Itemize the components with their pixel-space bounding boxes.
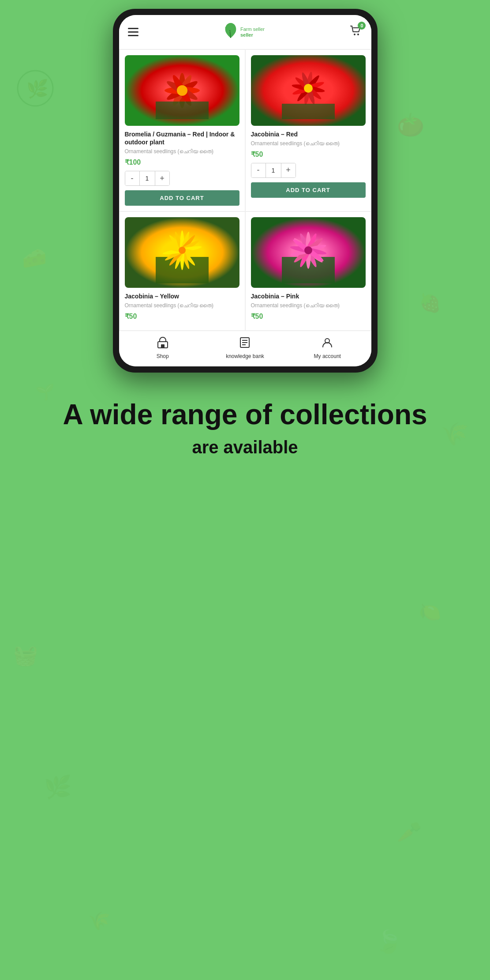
product-card-jacobinia-yellow: Jacobinia – Yellow Ornamental seedlings …: [119, 211, 245, 331]
svg-point-13: [354, 34, 355, 35]
svg-text:🥕: 🥕: [397, 820, 422, 844]
svg-point-51: [304, 246, 312, 254]
add-to-cart-jacobinia-red[interactable]: ADD TO CART: [251, 182, 366, 198]
product-card-jacobinia-red: Jacobinia – Red Ornamental seedlings (ചെ…: [245, 49, 371, 211]
qty-control-jacobinia-red: - +: [251, 163, 296, 178]
product-category-jacobinia-pink: Ornamental seedlings (ചെറിയ തൈ): [251, 302, 366, 309]
product-image-jacobinia-yellow: [125, 217, 239, 288]
product-name-jacobinia-pink: Jacobinia – Pink: [251, 292, 366, 300]
svg-text:🌾: 🌾: [88, 910, 110, 931]
logo-text: Farm seller seller: [240, 26, 265, 37]
qty-control-bromelia: - +: [125, 171, 170, 186]
product-category-jacobinia-red: Ornamental seedlings (ചെറിയ തൈ): [251, 140, 366, 147]
hamburger-menu-button[interactable]: [128, 28, 138, 36]
nav-item-my-account[interactable]: My account: [312, 336, 343, 359]
svg-text:🧺: 🧺: [13, 644, 38, 667]
qty-plus-bromelia[interactable]: +: [155, 171, 169, 185]
add-to-cart-bromelia[interactable]: ADD TO CART: [125, 190, 239, 206]
nav-label-knowledge-bank: knowledge bank: [226, 353, 264, 359]
svg-point-14: [357, 34, 359, 35]
nav-label-shop: Shop: [157, 353, 169, 359]
knowledge-bank-icon: [239, 336, 251, 351]
product-name-bromelia: Bromelia / Guzmania – Red | Indoor & out…: [125, 130, 239, 146]
product-price-bromelia: ₹100: [125, 158, 239, 166]
product-image-jacobinia-red: [251, 55, 366, 126]
product-card-bromelia: Bromelia / Guzmania – Red | Indoor & out…: [119, 49, 245, 211]
phone-wrapper: Farm seller seller 0: [113, 0, 378, 373]
account-icon: [321, 336, 333, 351]
main-heading: A wide range of collections: [18, 399, 472, 430]
qty-minus-bromelia[interactable]: -: [125, 171, 139, 185]
svg-rect-22: [156, 102, 209, 119]
svg-point-41: [179, 247, 186, 254]
cart-button[interactable]: 0: [350, 24, 362, 40]
qty-input-jacobinia-red[interactable]: [266, 163, 281, 177]
svg-text:🧀: 🧀: [22, 246, 47, 270]
sub-heading: are available: [18, 437, 472, 457]
svg-text:🍅: 🍅: [397, 112, 425, 138]
svg-text:🍓: 🍓: [419, 292, 441, 313]
svg-text:🍃: 🍃: [375, 928, 403, 955]
nav-label-my-account: My account: [314, 353, 341, 359]
product-image-jacobinia-pink: [251, 217, 366, 288]
svg-rect-53: [161, 344, 165, 348]
svg-rect-31: [282, 104, 335, 119]
cart-badge: 0: [358, 22, 366, 30]
product-grid: Bromelia / Guzmania – Red | Indoor & out…: [119, 49, 371, 331]
logo-leaf-icon: [224, 22, 238, 42]
product-card-jacobinia-pink: Jacobinia – Pink Ornamental seedlings (ച…: [245, 211, 371, 331]
product-price-jacobinia-red: ₹50: [251, 150, 366, 158]
product-category-jacobinia-yellow: Ornamental seedlings (ചെറിയ തൈ): [125, 302, 239, 309]
svg-point-30: [304, 84, 313, 93]
shop-icon: [157, 336, 169, 351]
svg-point-21: [177, 85, 187, 96]
app-header: Farm seller seller 0: [119, 15, 371, 49]
qty-minus-jacobinia-red[interactable]: -: [251, 163, 266, 177]
svg-text:🍋: 🍋: [419, 601, 441, 622]
svg-point-0: [18, 71, 53, 106]
product-name-jacobinia-red: Jacobinia – Red: [251, 130, 366, 138]
product-price-jacobinia-yellow: ₹50: [125, 312, 239, 320]
nav-item-knowledge-bank[interactable]: knowledge bank: [226, 336, 264, 359]
bottom-section: A wide range of collections are availabl…: [0, 373, 490, 483]
product-price-jacobinia-pink: ₹50: [251, 312, 366, 320]
svg-text:🌿: 🌿: [44, 774, 72, 800]
product-name-jacobinia-yellow: Jacobinia – Yellow: [125, 292, 239, 300]
bottom-nav: Shop knowledge bank: [119, 331, 371, 366]
qty-input-bromelia[interactable]: [139, 171, 155, 185]
product-category-bromelia: Ornamental seedlings (ചെറിയ തൈ): [125, 148, 239, 155]
phone-screen: Farm seller seller 0: [119, 15, 371, 366]
phone-frame: Farm seller seller 0: [113, 9, 378, 373]
product-image-bromelia: [125, 55, 239, 126]
svg-text:🌿: 🌿: [26, 78, 49, 99]
logo: Farm seller seller: [224, 22, 265, 42]
nav-item-shop[interactable]: Shop: [147, 336, 178, 359]
qty-plus-jacobinia-red[interactable]: +: [281, 163, 295, 177]
